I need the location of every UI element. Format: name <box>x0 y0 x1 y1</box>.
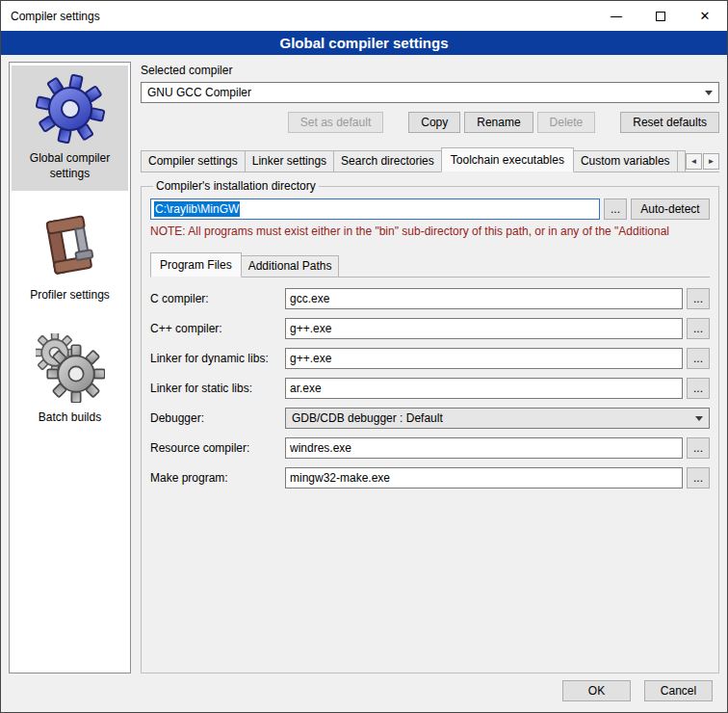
auto-detect-button[interactable]: Auto-detect <box>631 198 710 220</box>
minimize-icon: — <box>611 10 622 23</box>
cpp-compiler-input[interactable] <box>285 318 683 339</box>
debugger-dropdown[interactable]: GDB/CDB debugger : Default <box>285 408 710 429</box>
sidebar-item-label: Profiler settings <box>30 288 110 304</box>
installation-directory-row: C:\raylib\MinGW ... Auto-detect <box>150 198 710 220</box>
sidebar-item-global-compiler-settings[interactable]: Global compiler settings <box>12 66 128 191</box>
installation-directory-input[interactable]: C:\raylib\MinGW <box>150 198 600 220</box>
debugger-value: GDB/CDB debugger : Default <box>292 411 689 425</box>
linker-dynamic-browse-button[interactable]: ... <box>687 348 710 369</box>
c-compiler-input[interactable] <box>285 288 683 309</box>
program-files-form: C compiler: ... C++ compiler: ... Linker… <box>150 288 710 489</box>
selected-compiler-label: Selected compiler <box>141 64 719 77</box>
main-panel: Selected compiler GNU GCC Compiler Set a… <box>141 62 719 673</box>
tab-compiler-settings[interactable]: Compiler settings <box>141 150 246 172</box>
set-as-default-button[interactable]: Set as default <box>288 112 383 133</box>
subtab-additional-paths[interactable]: Additional Paths <box>241 255 340 277</box>
compiler-toolbar: Set as default Copy Rename Delete Reset … <box>141 112 719 133</box>
c-compiler-browse-button[interactable]: ... <box>687 288 710 309</box>
tab-scroll-right-button[interactable]: ► <box>703 153 719 170</box>
profiler-clamp-icon <box>36 211 105 280</box>
maximize-icon <box>656 12 665 21</box>
resource-compiler-input[interactable] <box>285 437 683 459</box>
installation-directory-group-title: Compiler's installation directory <box>153 179 319 193</box>
cpp-compiler-browse-button[interactable]: ... <box>687 318 710 339</box>
titlebar: Compiler settings — ✕ <box>1 1 727 31</box>
sidebar-item-batch-builds[interactable]: Batch builds <box>12 325 128 436</box>
window-title: Compiler settings <box>1 1 594 31</box>
arrow-right-icon: ► <box>708 157 715 166</box>
sidebar-item-label: Batch builds <box>39 410 101 426</box>
linker-static-input[interactable] <box>285 378 683 399</box>
categories-sidebar: Global compiler settings Profiler settin… <box>9 62 131 673</box>
installation-directory-browse-button[interactable]: ... <box>604 198 627 220</box>
subtab-program-files[interactable]: Program Files <box>150 252 242 277</box>
c-compiler-label: C compiler: <box>150 292 281 305</box>
tab-linker-settings[interactable]: Linker settings <box>245 150 334 172</box>
close-icon: ✕ <box>700 9 711 23</box>
dialog-content: Global compiler settings Profiler settin… <box>1 55 727 675</box>
maximize-button[interactable] <box>638 1 683 31</box>
tab-custom-variables[interactable]: Custom variables <box>573 150 678 172</box>
settings-tab-bar: Compiler settings Linker settings Search… <box>141 147 719 172</box>
resource-compiler-label: Resource compiler: <box>150 441 281 455</box>
linker-static-browse-button[interactable]: ... <box>687 378 710 399</box>
delete-button[interactable]: Delete <box>537 112 596 133</box>
make-program-input[interactable] <box>285 467 683 489</box>
sidebar-item-profiler-settings[interactable]: Profiler settings <box>12 202 128 313</box>
selected-compiler-dropdown[interactable]: GNU GCC Compiler <box>141 82 719 103</box>
close-button[interactable]: ✕ <box>683 1 727 31</box>
tab-toolchain-executables[interactable]: Toolchain executables <box>441 147 574 172</box>
copy-button[interactable]: Copy <box>408 112 460 133</box>
arrow-left-icon: ◄ <box>690 157 698 166</box>
note-text: NOTE: All programs must exist either in … <box>150 224 710 238</box>
installation-directory-selected-text: C:\raylib\MinGW <box>154 201 240 217</box>
reset-defaults-button[interactable]: Reset defaults <box>620 112 719 133</box>
dialog-header-title: Global compiler settings <box>1 31 727 55</box>
tab-build-options[interactable]: Buil <box>677 150 686 172</box>
make-program-label: Make program: <box>150 471 281 485</box>
sidebar-item-label: Global compiler settings <box>13 151 126 181</box>
ok-button[interactable]: OK <box>562 680 631 701</box>
chevron-down-icon <box>705 91 713 95</box>
cpp-compiler-label: C++ compiler: <box>150 322 281 335</box>
compiler-settings-window: Compiler settings — ✕ Global compiler se… <box>0 0 728 713</box>
make-program-browse-button[interactable]: ... <box>687 467 710 489</box>
debugger-label: Debugger: <box>150 411 281 425</box>
tab-scrollers: ◄ ► <box>686 153 719 172</box>
compiler-gear-icon <box>36 74 105 144</box>
chevron-down-icon <box>695 416 703 421</box>
resource-compiler-browse-button[interactable]: ... <box>687 437 710 459</box>
cancel-button[interactable]: Cancel <box>644 680 713 701</box>
minimize-button[interactable]: — <box>594 1 638 31</box>
rename-button[interactable]: Rename <box>464 112 533 133</box>
selected-compiler-value: GNU GCC Compiler <box>147 86 699 99</box>
linker-dynamic-label: Linker for dynamic libs: <box>150 352 281 365</box>
linker-dynamic-input[interactable] <box>285 348 683 369</box>
program-files-tab-bar: Program Files Additional Paths <box>150 252 710 277</box>
linker-static-label: Linker for static libs: <box>150 382 281 395</box>
installation-directory-group: Compiler's installation directory C:\ray… <box>141 179 719 673</box>
dialog-footer: OK Cancel <box>1 675 727 712</box>
tab-search-directories[interactable]: Search directories <box>333 150 442 172</box>
tab-scroll-left-button[interactable]: ◄ <box>686 153 702 170</box>
batch-builds-gears-icon <box>36 333 105 403</box>
